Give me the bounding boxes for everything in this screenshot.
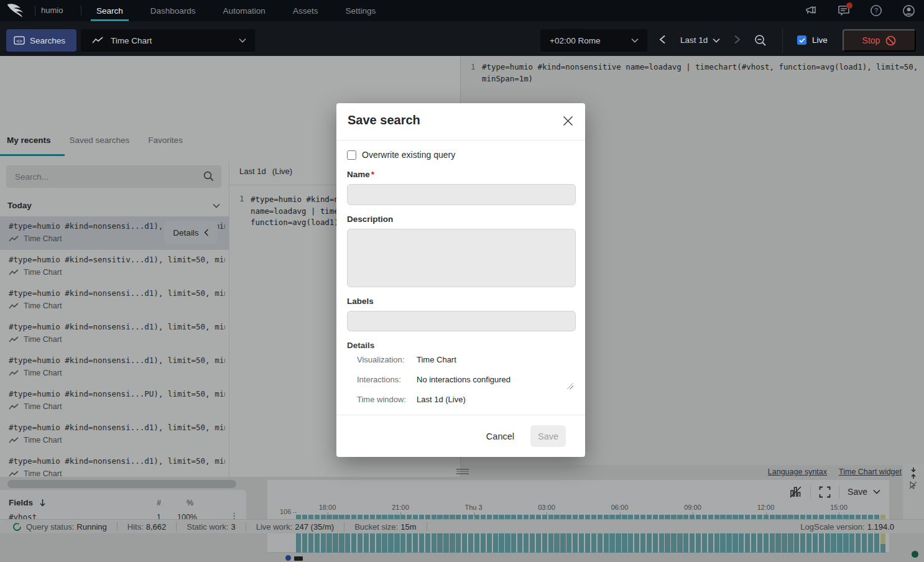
topnav-items: SearchDashboardsAutomationAssetsSettings <box>91 0 381 21</box>
name-label: Name* <box>347 170 374 179</box>
save-button[interactable]: Save <box>530 425 566 447</box>
required-asterisk: * <box>371 170 374 179</box>
description-field[interactable] <box>347 229 576 287</box>
save-search-modal: Save search Overwrite existing query Nam… <box>336 103 585 457</box>
modal-title: Save search <box>348 113 420 127</box>
detail-row: Time window:Last 1d (Live) <box>357 395 575 404</box>
details-rows: Visualization:Time ChartInteractions:No … <box>357 355 575 415</box>
package-icon: <> <box>14 35 25 45</box>
visualization-selector[interactable]: Time Chart <box>81 29 255 52</box>
nav-item-search[interactable]: Search <box>91 0 129 21</box>
searches-label: Searches <box>30 36 65 45</box>
zoom-out-icon[interactable] <box>754 34 767 47</box>
nav-item-dashboards[interactable]: Dashboards <box>145 0 201 21</box>
user-icon[interactable] <box>902 4 915 17</box>
help-icon[interactable]: ? <box>869 4 883 17</box>
modal-divider <box>336 415 585 415</box>
chevron-down-icon <box>713 38 720 43</box>
notification-badge <box>846 2 852 9</box>
timechart-icon <box>92 37 103 44</box>
detail-row: Interactions:No interactions configured <box>357 375 575 384</box>
stop-button[interactable]: Stop <box>843 29 916 52</box>
labels-label: Labels <box>347 297 374 306</box>
chevron-down-icon <box>631 38 639 43</box>
details-heading: Details <box>347 341 374 350</box>
svg-text:?: ? <box>874 7 878 14</box>
overwrite-checkbox[interactable] <box>347 150 356 160</box>
name-field[interactable] <box>347 184 576 205</box>
time-range-selector[interactable]: Last 1d <box>680 35 720 45</box>
top-nav: humio SearchDashboardsAutomationAssetsSe… <box>0 0 924 21</box>
detail-label: Interactions: <box>357 375 417 384</box>
prohibit-icon <box>885 35 896 46</box>
detail-value: Last 1d (Live) <box>417 395 466 404</box>
nav-item-assets[interactable]: Assets <box>287 0 324 21</box>
labels-field[interactable] <box>347 311 576 331</box>
visualization-value: Time Chart <box>111 36 152 45</box>
megaphone-icon[interactable] <box>805 4 818 17</box>
history-back-icon[interactable] <box>659 35 667 44</box>
live-toggle[interactable]: Live <box>797 35 828 45</box>
svg-text:<>: <> <box>16 39 22 44</box>
overwrite-label: Overwrite existing query <box>362 150 455 160</box>
overwrite-checkbox-row[interactable]: Overwrite existing query <box>347 150 455 160</box>
app-screen: humio SearchDashboardsAutomationAssetsSe… <box>0 0 924 562</box>
detail-value: Time Chart <box>417 355 456 364</box>
detail-row: Visualization:Time Chart <box>357 355 575 364</box>
nav-divider <box>81 6 81 16</box>
falcon-logo-icon <box>6 2 31 19</box>
detail-label: Time window: <box>357 395 417 404</box>
detail-value: No interactions configured <box>417 375 511 384</box>
timezone-selector[interactable]: +02:00 Rome <box>540 29 647 52</box>
time-range-value: Last 1d <box>680 35 708 45</box>
history-forward-icon[interactable] <box>734 35 741 44</box>
close-icon[interactable] <box>563 116 575 127</box>
repository-name: humio <box>41 6 63 15</box>
nav-item-automation[interactable]: Automation <box>218 0 271 21</box>
nav-item-settings[interactable]: Settings <box>340 0 381 21</box>
modal-divider <box>336 140 585 140</box>
detail-label: Visualization: <box>357 355 417 364</box>
live-label: Live <box>812 35 828 45</box>
chevron-down-icon <box>239 38 246 43</box>
toolbar-divider <box>782 28 783 53</box>
chat-icon[interactable] <box>837 4 851 17</box>
live-checkbox[interactable] <box>797 35 806 45</box>
description-label: Description <box>347 214 393 224</box>
timezone-value: +02:00 Rome <box>550 36 600 45</box>
search-toolbar: <> Searches Time Chart +02:00 Rome L <box>0 21 924 56</box>
cancel-button[interactable]: Cancel <box>486 431 514 441</box>
searches-button[interactable]: <> Searches <box>6 29 76 52</box>
stop-label: Stop <box>862 35 880 45</box>
nav-divider <box>35 6 35 16</box>
